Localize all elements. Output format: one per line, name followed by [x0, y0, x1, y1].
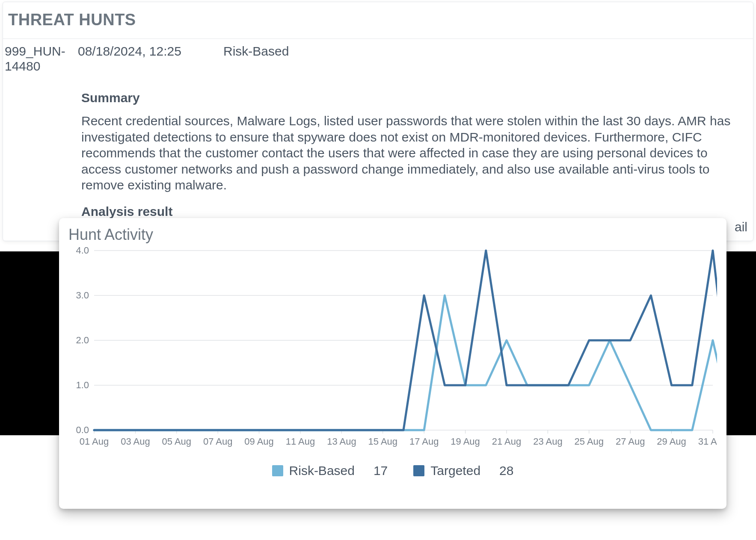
- svg-text:15 Aug: 15 Aug: [368, 436, 398, 447]
- svg-text:09 Aug: 09 Aug: [244, 436, 274, 447]
- svg-text:11 Aug: 11 Aug: [286, 436, 315, 447]
- line-chart: 0.01.02.03.04.001 Aug03 Aug05 Aug07 Aug0…: [68, 246, 717, 456]
- legend-label: Risk-Based: [289, 463, 355, 478]
- svg-text:2.0: 2.0: [76, 335, 89, 345]
- summary-text: Recent credential sources, Malware Logs,…: [81, 113, 740, 193]
- svg-text:31 Aug: 31 Aug: [698, 436, 717, 447]
- hunt-body: Summary Recent credential sources, Malwa…: [3, 91, 753, 219]
- svg-text:21 Aug: 21 Aug: [492, 436, 522, 447]
- svg-text:03 Aug: 03 Aug: [121, 436, 150, 447]
- svg-text:0.0: 0.0: [76, 425, 89, 435]
- hunt-activity-card: Hunt Activity 0.01.02.03.04.001 Aug03 Au…: [59, 218, 726, 509]
- svg-text:1.0: 1.0: [76, 380, 89, 390]
- svg-text:19 Aug: 19 Aug: [451, 436, 480, 447]
- legend-count: 17: [374, 463, 388, 478]
- svg-text:13 Aug: 13 Aug: [327, 436, 356, 447]
- chart-plot-area: 0.01.02.03.04.001 Aug03 Aug05 Aug07 Aug0…: [68, 246, 717, 456]
- page-title: THREAT HUNTS: [3, 2, 753, 39]
- legend-item-risk-based: Risk-Based 17: [272, 463, 388, 478]
- svg-text:01 Aug: 01 Aug: [80, 436, 109, 447]
- stray-label: ail: [735, 220, 747, 234]
- analysis-result-heading: Analysis result: [81, 204, 740, 219]
- legend-item-targeted: Targeted 28: [413, 463, 513, 478]
- chart-legend: Risk-Based 17 Targeted 28: [68, 463, 717, 478]
- legend-label: Targeted: [430, 463, 480, 478]
- legend-count: 28: [499, 463, 513, 478]
- svg-text:23 Aug: 23 Aug: [533, 436, 563, 447]
- swatch-icon: [413, 465, 424, 476]
- hunt-timestamp: 08/18/2024, 12:25: [78, 44, 223, 59]
- svg-text:29 Aug: 29 Aug: [657, 436, 686, 447]
- svg-text:3.0: 3.0: [76, 290, 89, 301]
- threat-hunts-card: THREAT HUNTS 999_HUN-14480 08/18/2024, 1…: [3, 2, 753, 241]
- svg-text:17 Aug: 17 Aug: [409, 436, 439, 447]
- svg-text:25 Aug: 25 Aug: [575, 436, 604, 447]
- swatch-icon: [272, 465, 283, 476]
- hunt-id: 999_HUN-14480: [3, 44, 78, 74]
- chart-title: Hunt Activity: [68, 226, 717, 244]
- svg-text:05 Aug: 05 Aug: [162, 436, 192, 447]
- svg-text:4.0: 4.0: [76, 246, 89, 256]
- summary-heading: Summary: [81, 91, 740, 105]
- svg-text:27 Aug: 27 Aug: [616, 436, 645, 447]
- hunt-type: Risk-Based: [223, 44, 289, 59]
- svg-text:07 Aug: 07 Aug: [203, 436, 233, 447]
- hunt-row: 999_HUN-14480 08/18/2024, 12:25 Risk-Bas…: [3, 39, 753, 74]
